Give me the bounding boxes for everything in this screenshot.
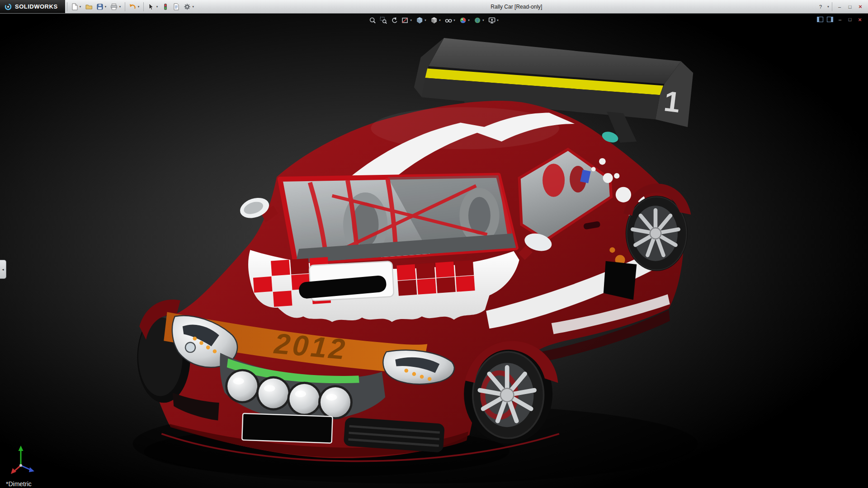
print-icon — [110, 3, 118, 10]
license-plate[interactable] — [242, 413, 332, 443]
titlebar-controls: ? ▼ – □ × — [816, 2, 868, 11]
dropdown-caret[interactable]: ▼ — [118, 5, 121, 8]
right-pane-icon — [827, 17, 833, 22]
save-icon — [96, 3, 104, 10]
section-view-icon — [401, 17, 409, 24]
windshield[interactable] — [280, 174, 518, 263]
new-document-button[interactable]: ▼ — [70, 1, 83, 12]
dropdown-caret[interactable]: ▼ — [467, 19, 470, 22]
undo-icon — [129, 3, 136, 10]
zoom-to-fit-icon — [369, 17, 376, 24]
show-feature-pane-button[interactable] — [816, 15, 825, 23]
minimize-button[interactable]: – — [835, 2, 844, 11]
help-dropdown-caret[interactable]: ▼ — [827, 5, 830, 8]
zoom-to-area-icon — [380, 17, 387, 24]
solidworks-logo: SOLIDWORKS — [0, 0, 65, 13]
edit-appearance-icon — [459, 17, 467, 24]
display-style-icon — [430, 17, 438, 24]
apply-scene-button[interactable]: ▼ — [472, 15, 486, 25]
open-folder-icon — [85, 3, 93, 10]
document-close-button[interactable]: × — [855, 15, 864, 23]
dropdown-caret[interactable]: ▼ — [453, 19, 456, 22]
toolbar-separator — [832, 2, 832, 11]
help-button[interactable]: ? — [816, 2, 826, 11]
left-pane-icon — [817, 17, 823, 22]
save-button[interactable]: ▼ — [95, 1, 108, 12]
restore-button[interactable]: □ — [845, 2, 855, 11]
hood-scoop[interactable] — [298, 261, 394, 301]
file-properties-button[interactable] — [171, 1, 181, 12]
view-settings-icon — [488, 17, 495, 24]
side-vent — [604, 261, 637, 300]
3ds-logo-icon — [4, 3, 12, 11]
panel-expand-tab[interactable]: ◄ — [0, 260, 6, 279]
dropdown-caret[interactable]: ▼ — [410, 19, 412, 22]
dropdown-caret[interactable]: ▼ — [104, 5, 107, 8]
file-properties-icon — [173, 3, 180, 10]
titlebar: SOLIDWORKS ▼ ▼ ▼ — [0, 0, 868, 14]
solidworks-logo-text: SOLIDWORKS — [15, 3, 58, 10]
display-style-button[interactable]: ▼ — [429, 15, 443, 25]
toolbar-separator — [67, 2, 67, 11]
rebuild-button[interactable] — [160, 1, 170, 12]
previous-view-button[interactable] — [389, 15, 399, 25]
options-button[interactable]: ▼ — [182, 1, 196, 12]
toolbar-separator — [125, 2, 125, 11]
dropdown-caret[interactable]: ▼ — [137, 5, 140, 8]
heads-up-view-toolbar: ▼ ▼ ▼ ▼ — [367, 15, 501, 25]
hood-year-text: 2012 — [273, 327, 349, 366]
document-minimize-button[interactable]: – — [835, 15, 844, 23]
options-gear-icon — [184, 3, 191, 10]
show-task-pane-button[interactable] — [826, 15, 835, 23]
hide-show-items-button[interactable]: ▼ — [443, 15, 457, 25]
rebuild-icon — [162, 3, 169, 10]
dropdown-caret[interactable]: ▼ — [156, 5, 158, 8]
graphics-viewport[interactable]: 1 — [0, 13, 868, 488]
select-cursor-icon — [147, 3, 155, 10]
document-window-controls: – □ × — [816, 15, 864, 23]
select-button[interactable]: ▼ — [146, 1, 160, 12]
document-restore-button[interactable]: □ — [845, 15, 854, 23]
dropdown-caret[interactable]: ▼ — [439, 19, 441, 22]
new-document-icon — [71, 3, 78, 10]
dropdown-caret[interactable]: ▼ — [496, 19, 499, 22]
view-orientation-button[interactable]: ▼ — [415, 15, 428, 25]
open-button[interactable] — [84, 1, 94, 12]
edit-appearance-button[interactable]: ▼ — [458, 15, 472, 25]
rally-car-model[interactable]: 1 — [0, 13, 868, 488]
apply-scene-icon — [474, 17, 481, 24]
close-button[interactable]: × — [855, 2, 865, 11]
section-view-button[interactable]: ▼ — [400, 15, 414, 25]
zoom-to-area-button[interactable] — [378, 15, 388, 25]
print-button[interactable]: ▼ — [109, 1, 123, 12]
view-settings-button[interactable]: ▼ — [487, 15, 500, 25]
document-title: Rally Car [Read-only] — [491, 4, 542, 10]
undo-button[interactable]: ▼ — [127, 1, 141, 12]
view-orientation-icon — [416, 17, 423, 24]
previous-view-icon — [391, 17, 398, 24]
dropdown-caret[interactable]: ▼ — [424, 19, 427, 22]
dropdown-caret[interactable]: ▼ — [192, 5, 194, 8]
reference-triad — [10, 444, 42, 476]
zoom-to-fit-button[interactable] — [368, 15, 377, 25]
view-orientation-label: *Dimetric — [6, 480, 32, 488]
toolbar-separator — [143, 2, 144, 11]
dropdown-caret[interactable]: ▼ — [482, 19, 485, 22]
dropdown-caret[interactable]: ▼ — [79, 5, 82, 8]
hide-show-items-icon — [445, 17, 452, 24]
